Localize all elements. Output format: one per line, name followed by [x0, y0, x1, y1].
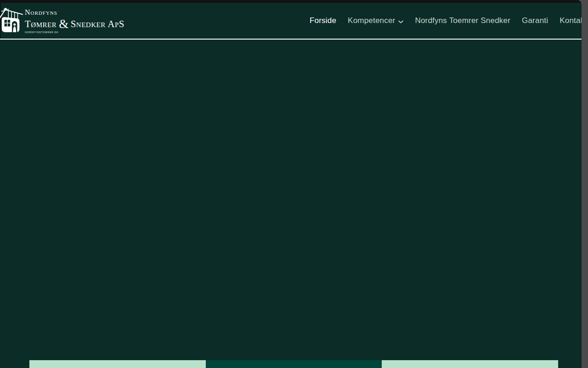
logo-title-main: Tømrer & Snedker ApS [25, 17, 124, 29]
bottom-card-right [382, 360, 558, 368]
logo-domain: nordfynstomrer.dk [25, 31, 109, 34]
scrollbar-gutter[interactable] [582, 0, 588, 368]
cards-row [29, 360, 558, 368]
site-header: Nordfyns Tømrer & Snedker ApS nordfynsto… [0, 3, 582, 39]
logo-title-top: Nordfyns [25, 9, 124, 16]
nav-item-label: Garanti [522, 16, 548, 25]
nav-item-label: Nordfyns Toemrer Snedker [415, 16, 510, 25]
nav-item-kompetencer[interactable]: Kompetencer [348, 16, 403, 26]
main-nav: Forside Kompetencer Nordfyns Toemrer Sne… [310, 3, 582, 39]
house-carpenter-icon [0, 7, 23, 35]
nav-item-nordfyns-toemrer-snedker[interactable]: Nordfyns Toemrer Snedker [415, 16, 510, 25]
nav-item-kontakt[interactable]: Kontakt [560, 16, 582, 25]
nav-item-garanti[interactable]: Garanti [522, 16, 548, 25]
page-canvas: Nordfyns Tømrer & Snedker ApS nordfynsto… [0, 0, 582, 368]
bottom-card-left [29, 360, 206, 368]
logo-title-left: Tømrer [25, 19, 57, 29]
nav-item-forside[interactable]: Forside [310, 16, 336, 25]
chevron-down-icon [398, 17, 403, 26]
site-logo[interactable]: Nordfyns Tømrer & Snedker ApS nordfynsto… [0, 7, 124, 34]
logo-text: Nordfyns Tømrer & Snedker ApS nordfynsto… [25, 7, 124, 34]
logo-ampersand: & [59, 18, 69, 30]
bottom-card-middle [206, 360, 382, 368]
nav-item-label: Kompetencer [348, 16, 395, 25]
hero-section [0, 40, 582, 360]
logo-title-right: Snedker ApS [71, 19, 124, 29]
nav-item-label: Forside [310, 16, 336, 25]
nav-item-label: Kontakt [560, 16, 582, 25]
